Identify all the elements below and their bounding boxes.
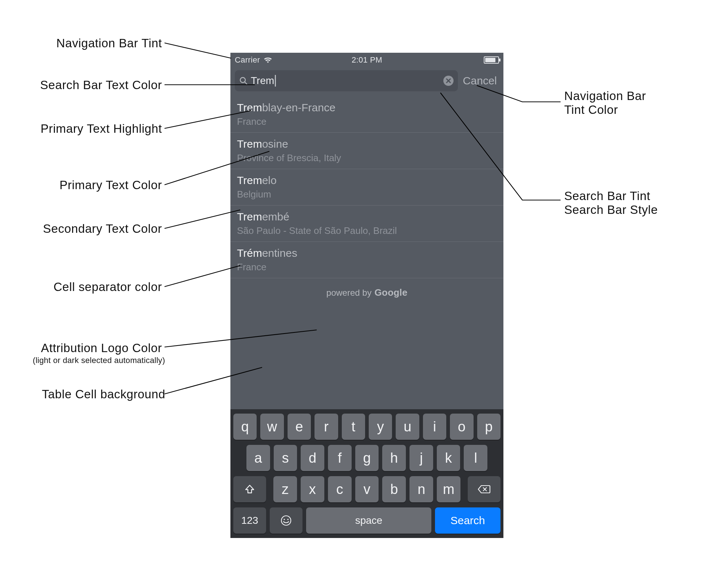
cancel-button[interactable]: Cancel [463, 75, 499, 87]
result-secondary: Belgium [237, 189, 497, 200]
key-j[interactable]: j [410, 445, 433, 471]
key-b[interactable]: b [382, 476, 406, 502]
svg-point-8 [287, 519, 289, 520]
key-p[interactable]: p [477, 414, 500, 440]
key-t[interactable]: t [342, 414, 365, 440]
battery-icon [484, 56, 499, 64]
key-numbers[interactable]: 123 [233, 507, 266, 534]
key-n[interactable]: n [410, 476, 433, 502]
anno-primary-text-color: Primary Text Color [47, 178, 162, 192]
anno-search-text-color: Search Bar Text Color [20, 78, 162, 92]
anno-nav-bar-tint-color: Navigation Bar Tint Color [564, 89, 646, 117]
key-o[interactable]: o [450, 414, 473, 440]
key-d[interactable]: d [301, 445, 324, 471]
keyboard: q w e r t y u i o p a s d f g h j k l [230, 409, 503, 538]
key-z[interactable]: z [273, 476, 297, 502]
result-primary: Tremosine [237, 138, 497, 150]
result-secondary: São Paulo - State of São Paulo, Brazil [237, 225, 497, 236]
key-backspace[interactable] [468, 476, 500, 502]
key-k[interactable]: k [437, 445, 460, 471]
table-row[interactable]: Tremembé São Paulo - State of São Paulo,… [230, 206, 503, 242]
key-a[interactable]: a [246, 445, 270, 471]
result-primary: Tremembé [237, 211, 497, 223]
table-background [230, 300, 503, 344]
attribution: powered by Google [230, 278, 503, 300]
result-primary: Tremblay-en-France [237, 101, 497, 114]
anno-cell-separator: Cell separator color [42, 280, 162, 294]
key-e[interactable]: e [288, 414, 311, 440]
key-y[interactable]: y [369, 414, 392, 440]
search-input[interactable]: Trem [251, 75, 440, 87]
key-v[interactable]: v [355, 476, 379, 502]
key-s[interactable]: s [274, 445, 297, 471]
svg-line-14 [165, 266, 240, 287]
key-i[interactable]: i [423, 414, 446, 440]
anno-attribution-logo: Attribution Logo Color (light or dark se… [33, 341, 162, 365]
table-row[interactable]: Trémentines France [230, 242, 503, 278]
google-logo: Google [375, 287, 408, 298]
anno-table-cell-bg: Table Cell background [42, 387, 162, 401]
result-primary: Tremelo [237, 174, 497, 187]
key-q[interactable]: q [233, 414, 257, 440]
search-bar: Trem Cancel [230, 67, 503, 96]
key-g[interactable]: g [355, 445, 379, 471]
search-icon [239, 76, 248, 85]
key-l[interactable]: l [464, 445, 487, 471]
search-field[interactable]: Trem [235, 70, 458, 91]
key-emoji[interactable] [270, 507, 302, 534]
result-secondary: Province of Brescia, Italy [237, 152, 497, 164]
status-bar: Carrier 2:01 PM [230, 53, 503, 67]
result-secondary: France [237, 262, 497, 273]
key-x[interactable]: x [301, 476, 324, 502]
text-caret [275, 75, 276, 87]
key-c[interactable]: c [328, 476, 352, 502]
key-f[interactable]: f [328, 445, 352, 471]
anno-search-bar-tint: Search Bar Tint Search Bar Style [564, 189, 658, 217]
svg-line-1 [245, 82, 247, 84]
table-row[interactable]: Tremosine Province of Brescia, Italy [230, 133, 503, 169]
svg-point-7 [284, 519, 285, 520]
key-search[interactable]: Search [435, 507, 500, 534]
svg-line-13 [165, 210, 240, 228]
key-r[interactable]: r [314, 414, 338, 440]
result-primary: Trémentines [237, 247, 497, 259]
phone-screen: Carrier 2:01 PM Trem [230, 53, 503, 538]
anno-nav-bar-tint: Navigation Bar Tint [38, 36, 162, 50]
key-u[interactable]: u [396, 414, 419, 440]
svg-point-6 [281, 516, 291, 525]
key-w[interactable]: w [260, 414, 284, 440]
key-m[interactable]: m [437, 476, 460, 502]
attribution-prefix: powered by [327, 288, 372, 298]
status-time: 2:01 PM [230, 55, 503, 65]
table-row[interactable]: Tremelo Belgium [230, 169, 503, 206]
key-h[interactable]: h [382, 445, 406, 471]
clear-search-button[interactable] [443, 76, 454, 86]
key-shift[interactable] [233, 476, 266, 502]
results-list: Tremblay-en-France France Tremosine Prov… [230, 96, 503, 344]
anno-primary-highlight: Primary Text Highlight [31, 122, 162, 136]
key-space[interactable]: space [306, 507, 431, 534]
anno-secondary-text-color: Secondary Text Color [33, 222, 162, 236]
result-secondary: France [237, 116, 497, 127]
table-row[interactable]: Tremblay-en-France France [230, 96, 503, 133]
svg-line-9 [165, 43, 231, 58]
